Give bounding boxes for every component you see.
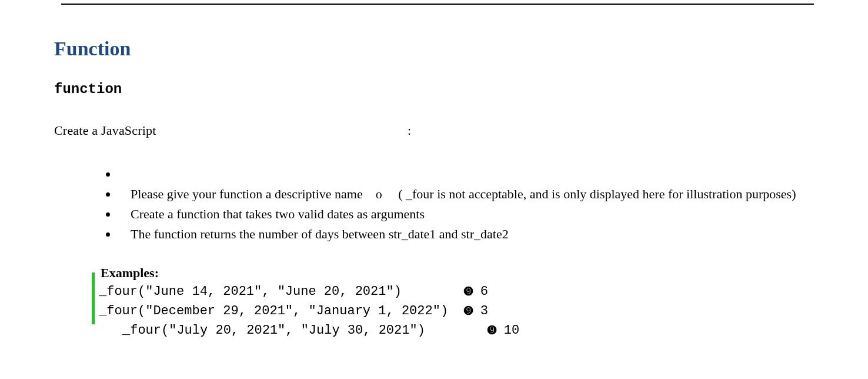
result-arrow-icon: ➒ [464, 305, 473, 317]
list-item-empty [118, 164, 814, 184]
list-item-text: Please give your function a descriptive … [131, 187, 363, 201]
example-row: _four("July 20, 2021", "July 30, 2021") … [99, 321, 814, 340]
example-result: 10 [504, 323, 519, 338]
result-arrow-icon: ➒ [488, 324, 496, 336]
list-item-args: Create a function that takes two valid d… [118, 204, 814, 224]
examples-block: Examples: _four("June 14, 2021", "June 2… [92, 265, 814, 340]
example-call: _four("June 14, 2021", "June 20, 2021") [99, 284, 402, 299]
example-call: _four("December 29, 2021", "January 1, 2… [99, 304, 448, 318]
document-page: Function function Create a JavaScript : … [0, 4, 868, 364]
list-item-return: The function returns the number of days … [118, 224, 814, 244]
examples-label: Examples: [99, 265, 814, 281]
intro-before: Create a JavaScript [54, 123, 156, 138]
example-pad [448, 304, 456, 318]
sub-bullet-mark: o [376, 184, 382, 204]
list-item-naming: Please give your function a descriptive … [118, 184, 814, 204]
example-pad [425, 323, 479, 338]
document-content: Function function Create a JavaScript : … [0, 38, 868, 340]
example-row: _four("December 29, 2021", "January 1, 2… [99, 301, 814, 321]
section-heading: Function [54, 38, 814, 60]
result-arrow-icon: ➒ [464, 285, 473, 297]
list-item-text: Create a function that takes two valid d… [131, 207, 425, 221]
example-result: 6 [480, 284, 488, 299]
intro-after: : [408, 123, 411, 138]
function-signature-heading: function [54, 81, 814, 97]
list-item-text: The function returns the number of days … [131, 227, 509, 241]
example-row: _four("June 14, 2021", "June 20, 2021") … [99, 282, 814, 301]
intro-line: Create a JavaScript : [54, 123, 814, 138]
horizontal-rule [61, 4, 814, 5]
examples-vertical-bar [92, 272, 95, 324]
list-item-text-after: ( _four is not acceptable, and is only d… [398, 187, 796, 201]
example-pad [402, 284, 456, 299]
requirements-list: Please give your function a descriptive … [54, 164, 814, 244]
example-call: _four("July 20, 2021", "July 30, 2021") [122, 323, 425, 338]
example-result: 3 [480, 304, 488, 318]
